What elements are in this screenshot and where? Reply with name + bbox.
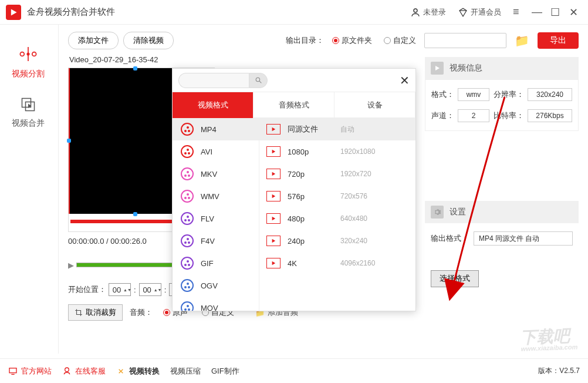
video-icon	[266, 213, 281, 224]
online-service-link[interactable]: 在线客服	[62, 366, 106, 377]
output-format-label: 输出格式：	[431, 234, 469, 244]
split-icon	[18, 44, 38, 64]
svg-rect-7	[9, 368, 16, 372]
format-item-gif[interactable]: GIF	[173, 252, 259, 274]
resolution-item-1[interactable]: 1080p1920x1080	[259, 140, 415, 163]
format-popup: ✕ 视频格式 音频格式 设备 MP4AVIMKVWMVFLVF4VGIFOGVM…	[172, 68, 416, 311]
login-button[interactable]: 未登录	[404, 0, 452, 25]
start-min-stepper[interactable]: 00▲▼	[139, 283, 161, 296]
crop-icon	[75, 308, 83, 317]
slider-start-marker[interactable]: ▶	[68, 261, 74, 270]
format-label: 格式：	[431, 90, 454, 100]
resolution-item-3[interactable]: 576p720x576	[259, 185, 415, 207]
output-dir-input[interactable]	[424, 33, 506, 48]
reel-icon	[181, 145, 194, 158]
vip-button[interactable]: 开通会员	[452, 0, 507, 25]
maximize-button[interactable]: ☐	[545, 0, 563, 25]
menu-button[interactable]: ≡	[507, 0, 526, 25]
app-title: 金舟视频分割合并软件	[27, 6, 115, 18]
resolution-item-6[interactable]: 4K4096x2160	[259, 252, 415, 274]
version-label: 版本：V2.5.7	[538, 366, 580, 376]
app-icon	[6, 5, 21, 20]
reel-icon	[181, 301, 194, 311]
video-icon	[266, 236, 281, 246]
resolution-item-5[interactable]: 240p320x240	[259, 230, 415, 252]
close-button[interactable]: ✕	[563, 0, 582, 25]
format-item-f4v[interactable]: F4V	[173, 230, 259, 252]
resolution-item-0[interactable]: 同源文件自动	[259, 118, 415, 140]
format-search-input[interactable]	[178, 73, 249, 88]
plug-icon	[116, 367, 126, 376]
svg-point-9	[65, 368, 69, 372]
video-icon	[266, 146, 281, 157]
svg-point-1	[20, 52, 24, 56]
clear-video-button[interactable]: 清除视频	[123, 32, 174, 49]
channel-value: 2	[458, 109, 489, 122]
video-compress-link[interactable]: 视频压缩	[170, 366, 201, 377]
svg-point-4	[26, 52, 29, 55]
radio-custom-folder[interactable]: 自定义	[384, 35, 416, 46]
sidebar-item-split[interactable]: 视频分割	[0, 36, 58, 87]
channel-label: 声道：	[431, 111, 454, 121]
bitrate-label: 比特率：	[494, 111, 524, 121]
start-pos-label: 开始位置：	[68, 284, 106, 295]
official-website-link[interactable]: 官方网站	[8, 366, 52, 377]
output-dir-label: 输出目录：	[286, 35, 324, 46]
play-icon	[431, 62, 444, 75]
radio-original-folder[interactable]: 原文件夹	[332, 35, 372, 46]
bitrate-value: 276Kbps	[528, 109, 572, 122]
settings-header: 设置	[425, 201, 579, 223]
gear-icon	[431, 206, 444, 219]
audio-label: 音频：	[130, 307, 153, 318]
merge-icon	[19, 96, 37, 113]
tab-audio-format[interactable]: 音频格式	[254, 92, 334, 118]
video-info-header: 视频信息	[425, 57, 579, 79]
resolution-item-4[interactable]: 480p640x480	[259, 207, 415, 230]
tab-device[interactable]: 设备	[334, 92, 415, 118]
reel-icon	[181, 234, 194, 247]
reel-icon	[181, 123, 194, 136]
format-search-button[interactable]	[249, 73, 268, 88]
popup-close-button[interactable]: ✕	[400, 73, 410, 88]
reel-icon	[181, 212, 194, 225]
add-file-button[interactable]: 添加文件	[68, 32, 119, 49]
resolution-label: 分辨率：	[494, 90, 524, 100]
format-item-wmv[interactable]: WMV	[173, 185, 259, 207]
video-icon	[266, 258, 281, 268]
search-icon	[255, 76, 262, 84]
sidebar-item-merge[interactable]: 视频合并	[0, 87, 58, 137]
choose-format-button[interactable]: 选择格式	[431, 270, 479, 287]
svg-point-0	[414, 9, 417, 12]
export-button[interactable]: 导出	[538, 32, 579, 49]
video-icon	[266, 124, 281, 135]
diamond-icon	[458, 7, 468, 18]
gif-maker-link[interactable]: GIF制作	[211, 366, 239, 377]
format-item-mov[interactable]: MOV	[173, 297, 259, 311]
minimize-button[interactable]: —	[526, 0, 545, 25]
svg-point-10	[256, 78, 260, 82]
tab-video-format[interactable]: 视频格式	[173, 92, 254, 118]
format-item-mp4[interactable]: MP4	[173, 118, 259, 140]
video-icon	[266, 191, 281, 201]
cancel-crop-button[interactable]: 取消裁剪	[68, 304, 123, 321]
svg-point-2	[32, 52, 36, 56]
start-hour-stepper[interactable]: 00▲▼	[109, 283, 131, 296]
output-format-value: MP4 同源文件 自动	[474, 231, 573, 246]
video-convert-link[interactable]: 视频转换	[116, 366, 160, 377]
svg-line-11	[259, 81, 261, 83]
browse-folder-icon[interactable]: 📁	[511, 33, 533, 48]
format-item-mkv[interactable]: MKV	[173, 163, 259, 185]
format-item-ogv[interactable]: OGV	[173, 274, 259, 297]
format-value: wmv	[458, 88, 489, 101]
headset-icon	[62, 367, 72, 376]
reel-icon	[181, 167, 194, 180]
video-icon	[266, 169, 281, 179]
user-icon	[410, 7, 421, 18]
resolution-item-2[interactable]: 720p1920x720	[259, 163, 415, 185]
reel-icon	[181, 257, 194, 270]
format-item-flv[interactable]: FLV	[173, 207, 259, 230]
reel-icon	[181, 190, 194, 203]
monitor-icon	[8, 367, 18, 376]
format-item-avi[interactable]: AVI	[173, 140, 259, 163]
reel-icon	[181, 279, 194, 292]
